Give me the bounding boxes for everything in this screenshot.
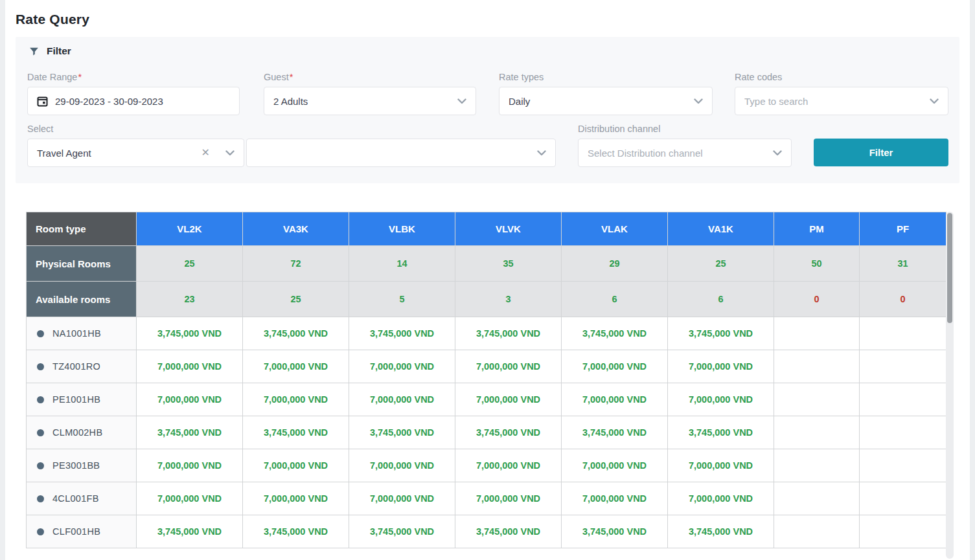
filter-submit-button[interactable]: Filter (814, 139, 948, 166)
column-header-vlvk: VLVK (455, 212, 562, 246)
content-card: Rate Query Filter Date Range* Guest* Rat… (5, 0, 970, 560)
rate-value-cell: 7,000,000 VND (668, 383, 774, 416)
chevron-down-icon (225, 150, 235, 156)
summary-value: 23 (137, 282, 243, 317)
rate-types-select[interactable]: Daily (499, 87, 713, 115)
rate-code: 4CL001FB (52, 493, 99, 504)
table-header-row: Room type VL2KVA3KVLBKVLVKVLAKVA1KPMPF (27, 212, 946, 246)
date-range-input[interactable]: 29-09-2023 - 30-09-2023 (27, 87, 240, 115)
rate-code: CLM002HB (52, 427, 102, 438)
rate-value-cell: 7,000,000 VND (668, 350, 774, 383)
summary-value: 3 (455, 282, 562, 317)
empty-rate-cell (860, 416, 946, 449)
empty-rate-cell (860, 383, 946, 416)
rate-codes-input[interactable] (744, 96, 923, 107)
table-scrollbar-thumb[interactable] (947, 213, 952, 323)
empty-rate-cell (774, 515, 860, 548)
rate-code-cell: NA1001HB (27, 317, 137, 350)
rate-value-cell: 3,745,000 VND (455, 416, 562, 449)
chevron-down-icon (457, 98, 466, 104)
distribution-channel-placeholder: Select Distribution channel (588, 148, 766, 159)
room-type-header: Room type (27, 212, 137, 246)
rate-code-cell: PE3001BB (27, 449, 137, 482)
empty-rate-cell (860, 515, 946, 548)
rate-bullet-icon (37, 330, 44, 337)
rate-code: PE3001BB (52, 460, 100, 471)
table-body: Physical Rooms2572143529255031Available … (27, 246, 946, 548)
rate-codes-field[interactable] (735, 87, 948, 115)
rate-table-container: Room type VL2KVA3KVLBKVLVKVLAKVA1KPMPF P… (26, 212, 956, 548)
rate-value-cell: 7,000,000 VND (455, 449, 562, 482)
rate-value-cell: 7,000,000 VND (243, 383, 349, 416)
select-value: Travel Agent (37, 148, 201, 159)
rate-table: Room type VL2KVA3KVLBKVLVKVLAKVA1KPMPF P… (26, 212, 946, 548)
summary-value: 31 (860, 246, 946, 282)
required-asterisk: * (78, 72, 82, 82)
rate-value-cell: 7,000,000 VND (562, 482, 668, 515)
rate-value-cell: 7,000,000 VND (668, 449, 774, 482)
rate-value-cell: 7,000,000 VND (243, 482, 349, 515)
rate-value-cell: 7,000,000 VND (455, 482, 562, 515)
rate-bullet-icon (37, 462, 44, 469)
rate-codes-label: Rate codes (735, 72, 782, 82)
summary-value: 0 (860, 282, 946, 317)
chevron-down-icon (694, 98, 703, 104)
rate-value-cell: 7,000,000 VND (243, 350, 349, 383)
column-header-va3k: VA3K (243, 212, 349, 246)
rate-code: PE1001HB (52, 394, 100, 405)
empty-rate-cell (774, 350, 860, 383)
rate-row: 4CL001FB7,000,000 VND7,000,000 VND7,000,… (27, 482, 946, 515)
rate-value-cell: 3,745,000 VND (349, 317, 455, 350)
rate-row: CLM002HB3,745,000 VND3,745,000 VND3,745,… (27, 416, 946, 449)
rate-code-cell: 4CL001FB (27, 482, 137, 515)
rate-value-cell: 7,000,000 VND (137, 383, 243, 416)
chevron-down-icon (773, 150, 782, 156)
rate-row: NA1001HB3,745,000 VND3,745,000 VND3,745,… (27, 317, 946, 350)
chevron-down-icon (930, 98, 939, 104)
guest-select[interactable]: 2 Adults (264, 87, 476, 115)
chevron-down-icon (537, 150, 546, 156)
rate-code-cell: TZ4001RO (27, 350, 137, 383)
filter-panel: Filter Date Range* Guest* Rate types Rat… (16, 37, 959, 183)
rate-value-cell: 3,745,000 VND (562, 515, 668, 548)
rate-value-cell: 7,000,000 VND (137, 482, 243, 515)
rate-value-cell: 7,000,000 VND (243, 449, 349, 482)
rate-value-cell: 7,000,000 VND (455, 383, 562, 416)
rate-value-cell: 3,745,000 VND (243, 317, 349, 350)
rate-code: NA1001HB (52, 328, 101, 339)
rate-value-cell: 7,000,000 VND (349, 383, 455, 416)
distribution-channel-select[interactable]: Select Distribution channel (578, 139, 792, 167)
column-header-pm: PM (774, 212, 860, 246)
rate-value-cell: 7,000,000 VND (455, 350, 562, 383)
select-dropdown[interactable]: Travel Agent ✕ (27, 139, 244, 167)
table-scrollbar-track[interactable] (946, 212, 954, 559)
rate-code: TZ4001RO (52, 361, 100, 372)
empty-rate-cell (860, 449, 946, 482)
summary-value: 0 (774, 282, 860, 317)
rate-value-cell: 3,745,000 VND (668, 515, 774, 548)
summary-value: 35 (455, 246, 562, 282)
rate-value-cell: 3,745,000 VND (562, 416, 668, 449)
rate-bullet-icon (37, 528, 44, 535)
rate-value-cell: 3,745,000 VND (243, 416, 349, 449)
rate-code-cell: PE1001HB (27, 383, 137, 416)
rate-value-cell: 3,745,000 VND (668, 317, 774, 350)
summary-value: 25 (668, 246, 774, 282)
summary-value: 29 (562, 246, 668, 282)
rate-code: CLF001HB (52, 526, 100, 537)
summary-row: Available rooms2325536600 (27, 282, 946, 317)
summary-value: 14 (349, 246, 455, 282)
rate-value-cell: 3,745,000 VND (349, 416, 455, 449)
rate-value-cell: 3,745,000 VND (562, 317, 668, 350)
rate-value-cell: 7,000,000 VND (562, 449, 668, 482)
rate-value-cell: 3,745,000 VND (137, 515, 243, 548)
date-range-value: 29-09-2023 - 30-09-2023 (55, 96, 230, 107)
secondary-select[interactable] (246, 139, 556, 167)
calendar-icon (37, 96, 48, 107)
rate-value-cell: 7,000,000 VND (562, 383, 668, 416)
rate-value-cell: 3,745,000 VND (455, 515, 562, 548)
rate-row: CLF001HB3,745,000 VND3,745,000 VND3,745,… (27, 515, 946, 548)
summary-row-label: Physical Rooms (27, 246, 137, 282)
clear-icon[interactable]: ✕ (201, 148, 210, 158)
rate-value-cell: 7,000,000 VND (349, 449, 455, 482)
